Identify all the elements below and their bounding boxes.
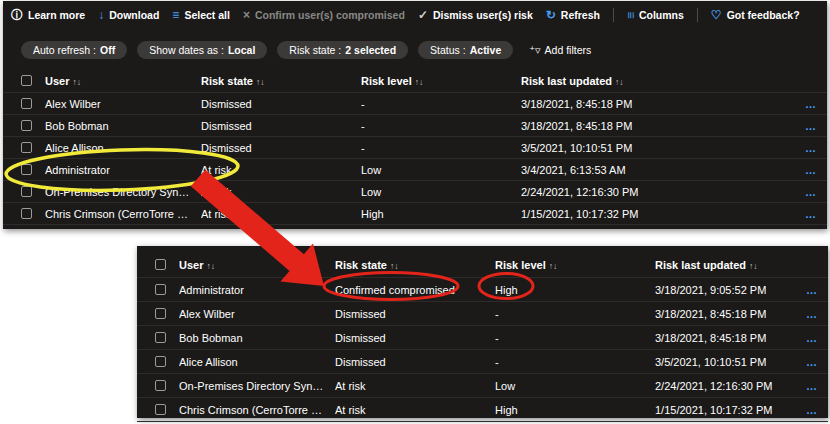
row-more-button[interactable]: …: [792, 380, 818, 392]
risk-state-cell: Dismissed: [201, 98, 361, 110]
filter-value: Off: [100, 44, 115, 56]
row-checkbox[interactable]: [21, 98, 32, 109]
refresh-button[interactable]: ↻ Refresh: [546, 9, 600, 21]
select-all-label: Select all: [184, 9, 230, 21]
row-more-button[interactable]: …: [791, 120, 817, 132]
filter-value: Active: [470, 44, 502, 56]
select-all-button[interactable]: ≡ Select all: [172, 9, 230, 21]
filter-value: 2 selected: [345, 44, 396, 56]
row-checkbox[interactable]: [21, 186, 32, 197]
download-button[interactable]: ↓ Download: [98, 9, 159, 21]
risky-users-table-before: User↑↓ Risk state↑↓ Risk level↑↓ Risk la…: [3, 69, 827, 225]
close-icon: ×: [243, 9, 250, 21]
table-row-administrator[interactable]: Administrator At risk Low 3/4/2021, 6:13…: [3, 159, 827, 181]
select-all-checkbox[interactable]: [21, 75, 32, 86]
filter-pill-show-dates[interactable]: Show dates as : Local: [137, 41, 267, 59]
table-row[interactable]: Chris Crimson (CerroTorre Software) At r…: [3, 203, 827, 225]
download-label: Download: [109, 9, 159, 21]
row-checkbox[interactable]: [155, 308, 166, 319]
table-row[interactable]: Alice Allison Dismissed - 3/5/2021, 10:1…: [137, 350, 828, 374]
risk-last-updated-cell: 1/15/2021, 10:17:32 PM: [521, 208, 791, 220]
table-row[interactable]: Bob Bobman Dismissed - 3/18/2021, 8:45:1…: [3, 115, 827, 137]
filter-pill-status[interactable]: Status : Active: [418, 41, 513, 59]
dismiss-risk-button[interactable]: ✓ Dismiss user(s) risk: [418, 9, 533, 21]
column-header-risk-last-updated[interactable]: Risk last updated↑↓: [655, 259, 792, 271]
column-header-user[interactable]: User↑↓: [179, 259, 335, 271]
risk-state-cell: Dismissed: [335, 308, 495, 320]
user-cell: Bob Bobman: [45, 120, 201, 132]
row-more-button[interactable]: …: [791, 208, 817, 220]
filter-label: Status :: [430, 44, 466, 56]
row-more-button[interactable]: …: [792, 332, 818, 344]
column-header-risk-level[interactable]: Risk level↑↓: [361, 75, 521, 87]
row-checkbox[interactable]: [21, 164, 32, 175]
row-more-button[interactable]: …: [792, 284, 818, 296]
risk-level-cell: High: [495, 404, 655, 416]
table-row[interactable]: Bob Bobman Dismissed - 3/18/2021, 8:45:1…: [137, 326, 828, 350]
select-all-checkbox[interactable]: [155, 259, 166, 270]
user-cell: Alice Allison: [45, 142, 201, 154]
risk-level-cell: Low: [361, 186, 521, 198]
row-checkbox[interactable]: [21, 142, 32, 153]
risk-level-cell: -: [361, 120, 521, 132]
user-cell: On-Premises Directory Synchronizati...: [179, 380, 335, 392]
filter-pill-risk-state[interactable]: Risk state : 2 selected: [277, 41, 408, 59]
learn-more-button[interactable]: ⓘ Learn more: [11, 9, 85, 21]
risk-state-cell: At risk: [335, 380, 495, 392]
risk-last-updated-cell: 3/18/2021, 8:45:18 PM: [655, 308, 792, 320]
table-row[interactable]: Alex Wilber Dismissed - 3/18/2021, 8:45:…: [137, 302, 828, 326]
table-row[interactable]: Alice Allison Dismissed - 3/5/2021, 10:1…: [3, 137, 827, 159]
risk-last-updated-cell: 3/5/2021, 10:10:51 PM: [655, 356, 792, 368]
refresh-label: Refresh: [561, 9, 600, 21]
table-row[interactable]: Chris Crimson (CerroTorre Software) At r…: [137, 398, 828, 422]
row-more-button[interactable]: …: [792, 404, 818, 416]
got-feedback-button[interactable]: ♡ Got feedback?: [711, 9, 800, 21]
confirm-compromised-label: Confirm user(s) compromised: [255, 9, 405, 21]
column-header-user[interactable]: User↑↓: [45, 75, 201, 87]
row-checkbox[interactable]: [21, 208, 32, 219]
toolbar-divider: [697, 8, 698, 22]
filter-bar: Auto refresh : Off Show dates as : Local…: [3, 29, 827, 65]
risk-state-cell: Dismissed: [201, 142, 361, 154]
risk-last-updated-cell: 3/18/2021, 8:45:18 PM: [655, 332, 792, 344]
got-feedback-label: Got feedback?: [727, 9, 800, 21]
column-header-risk-state[interactable]: Risk state↑↓: [201, 75, 361, 87]
table-row[interactable]: Alex Wilber Dismissed - 3/18/2021, 8:45:…: [3, 93, 827, 115]
filter-label: Auto refresh :: [33, 44, 96, 56]
add-filter-icon: ⁺▿: [529, 44, 540, 57]
row-more-button[interactable]: …: [791, 186, 817, 198]
user-cell: Alice Allison: [179, 356, 335, 368]
risk-state-cell: At risk: [201, 164, 361, 176]
row-checkbox[interactable]: [155, 404, 166, 415]
row-checkbox[interactable]: [155, 380, 166, 391]
row-checkbox[interactable]: [21, 120, 32, 131]
risk-last-updated-cell: 3/18/2021, 8:45:18 PM: [521, 98, 791, 110]
filter-pill-auto-refresh[interactable]: Auto refresh : Off: [21, 41, 127, 59]
column-header-risk-state[interactable]: Risk state↑↓: [335, 259, 495, 271]
column-header-risk-last-updated[interactable]: Risk last updated↑↓: [521, 75, 791, 87]
column-header-risk-level[interactable]: Risk level↑↓: [495, 259, 655, 271]
columns-button[interactable]: ≡ Columns: [627, 9, 684, 21]
risk-state-cell: Dismissed: [335, 356, 495, 368]
row-more-button[interactable]: …: [792, 356, 818, 368]
risk-last-updated-cell: 1/15/2021, 10:17:32 PM: [655, 404, 792, 416]
row-checkbox[interactable]: [155, 356, 166, 367]
row-more-button[interactable]: …: [791, 142, 817, 154]
table-header-row: User↑↓ Risk state↑↓ Risk level↑↓ Risk la…: [137, 252, 828, 278]
row-checkbox[interactable]: [155, 332, 166, 343]
risk-last-updated-cell: 3/18/2021, 9:05:52 PM: [655, 284, 792, 296]
sort-icon: ↑↓: [415, 77, 424, 87]
table-row[interactable]: On-Premises Directory Synchronizati... A…: [3, 181, 827, 203]
risk-last-updated-cell: 3/18/2021, 8:45:18 PM: [521, 120, 791, 132]
refresh-icon: ↻: [546, 9, 556, 21]
row-more-button[interactable]: …: [792, 308, 818, 320]
row-more-button[interactable]: …: [791, 164, 817, 176]
risk-state-cell: Confirmed compromised: [335, 284, 495, 296]
filter-label: Show dates as :: [149, 44, 224, 56]
table-row-administrator[interactable]: Administrator Confirmed compromised High…: [137, 278, 828, 302]
row-more-button[interactable]: …: [791, 98, 817, 110]
row-checkbox[interactable]: [155, 284, 166, 295]
sort-icon: ↑↓: [390, 261, 399, 271]
table-row[interactable]: On-Premises Directory Synchronizati... A…: [137, 374, 828, 398]
add-filters-button[interactable]: ⁺▿ Add filters: [529, 44, 591, 57]
